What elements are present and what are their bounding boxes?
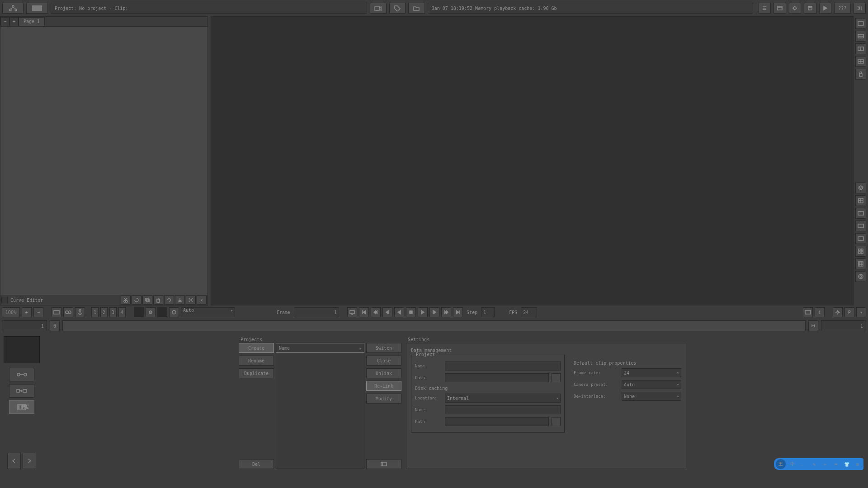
project-list[interactable] [276,354,364,469]
channel-4-button[interactable] [169,307,179,317]
save-button[interactable] [804,3,816,14]
project-name-input[interactable] [445,361,561,371]
view-4-icon[interactable] [855,246,866,257]
location-dropdown[interactable]: Internal [445,394,561,403]
node-graph-button[interactable] [2,3,24,14]
view-4-button[interactable]: 4 [118,307,126,317]
deinterlace-dropdown[interactable]: None [622,392,681,401]
camera-button[interactable] [370,3,387,14]
camera-preset-dropdown[interactable]: Auto [622,380,681,389]
rotate-icon[interactable] [132,296,142,305]
dropdown-button[interactable]: ▾ [856,307,866,317]
viewer-area[interactable] [211,16,854,305]
p-button[interactable]: P [844,307,854,317]
folder-button[interactable] [408,3,425,14]
cache-name-input[interactable] [445,405,561,414]
tab-page-1[interactable]: Page 1 [19,17,45,26]
view-1-icon[interactable] [855,208,866,219]
frame-input[interactable] [294,307,339,317]
cut-icon[interactable] [121,296,131,305]
project-path-browse-button[interactable] [552,373,561,382]
relink-button[interactable]: Re-Link [366,381,401,391]
tab-add-button[interactable]: + [9,17,19,26]
end-frame-display[interactable]: 1 [821,320,866,331]
project-options-button[interactable] [366,459,401,469]
cache-path-browse-button[interactable] [552,417,561,426]
ime-edit-icon[interactable]: ✎ [810,460,818,468]
target-icon[interactable] [855,271,866,282]
copy-icon[interactable] [142,296,152,305]
gear-icon[interactable] [833,307,843,317]
timeline-ruler[interactable] [62,320,806,331]
list-button[interactable] [759,3,771,14]
frame-rate-dropdown[interactable]: 24 [622,368,681,377]
layout-1-button[interactable] [855,18,866,29]
ime-keyboard-icon[interactable]: ⌨ [832,460,840,468]
ime-settings-icon[interactable]: ⚙ [854,460,862,468]
ime-cut-icon[interactable]: ✂ [821,460,829,468]
anchor-button[interactable] [75,307,85,317]
monitor-button[interactable] [347,307,357,317]
view-1-button[interactable]: 1 [91,307,99,317]
cache-path-input[interactable] [445,417,549,426]
zoom-display[interactable]: 100% [2,307,20,317]
mode-clip-button[interactable] [9,384,34,398]
play-forward-button[interactable] [418,307,428,317]
nav-back-button[interactable] [7,453,21,469]
tag-button[interactable] [389,3,406,14]
layout-3-button[interactable] [855,43,866,54]
close-button[interactable]: Close [366,356,401,366]
ime-punct-button[interactable]: 、 [799,460,807,468]
start-frame-display[interactable]: 1 [2,320,47,331]
layer-icon[interactable] [855,183,866,193]
fit-button[interactable] [52,307,61,317]
ime-logo-icon[interactable]: 王 [776,459,786,469]
tab-remove-button[interactable]: − [0,17,9,26]
ime-lang-button[interactable]: 中 [788,460,797,468]
view-3-icon[interactable] [855,233,866,244]
fast-forward-button[interactable] [441,307,451,317]
stop-button[interactable] [406,307,416,317]
fps-input[interactable] [521,307,537,317]
curve-editor-toggle[interactable] [1,297,8,303]
nav-forward-button[interactable] [23,453,36,469]
project-path-input[interactable] [445,373,549,382]
node-graph-area[interactable] [0,27,208,295]
switch-button[interactable]: Switch [366,343,401,353]
grid-icon[interactable] [855,195,866,206]
download-icon[interactable] [175,296,185,305]
channel-3-button[interactable] [157,307,167,317]
modify-button[interactable]: Modify [366,394,401,404]
view-2-icon[interactable] [855,221,866,231]
mode-keyframe-button[interactable] [9,368,34,381]
panel-button[interactable] [774,3,786,14]
infinity-button[interactable] [63,307,73,317]
view-2-button[interactable]: 2 [100,307,108,317]
channel-1-button[interactable] [134,307,144,317]
create-button[interactable]: Create [239,343,274,353]
ime-toolbar[interactable]: 王 中 、 ✎ ✂ ⌨ 👕 ⚙ [774,458,863,470]
panel-1-button[interactable] [803,307,813,317]
mode-project-button[interactable]: PRJ [9,400,34,414]
display-mode-dropdown[interactable]: Auto [181,307,235,317]
close-panel-icon[interactable]: × [197,296,207,305]
rewind-button[interactable] [371,307,381,317]
layout-2-button[interactable] [855,31,866,42]
help-button[interactable]: ??? [834,3,851,14]
zoom-in-button[interactable]: + [22,307,32,317]
duplicate-button[interactable]: Duplicate [239,368,274,378]
info-button[interactable]: i [815,307,825,317]
settings-button[interactable] [789,3,801,14]
layout-4-button[interactable] [855,56,866,67]
expand-icon[interactable] [186,296,196,305]
timeline-view-button[interactable] [26,3,47,14]
ime-skin-icon[interactable]: 👕 [843,460,851,468]
unlink-button[interactable]: Unlink [366,368,401,378]
view-5-icon[interactable] [855,258,866,269]
view-3-button[interactable]: 3 [109,307,117,317]
name-column-header[interactable]: Name [276,343,364,353]
goto-end-button[interactable] [453,307,463,317]
goto-start-button[interactable] [359,307,369,317]
step-input[interactable] [481,307,495,317]
exit-button[interactable] [854,3,866,14]
